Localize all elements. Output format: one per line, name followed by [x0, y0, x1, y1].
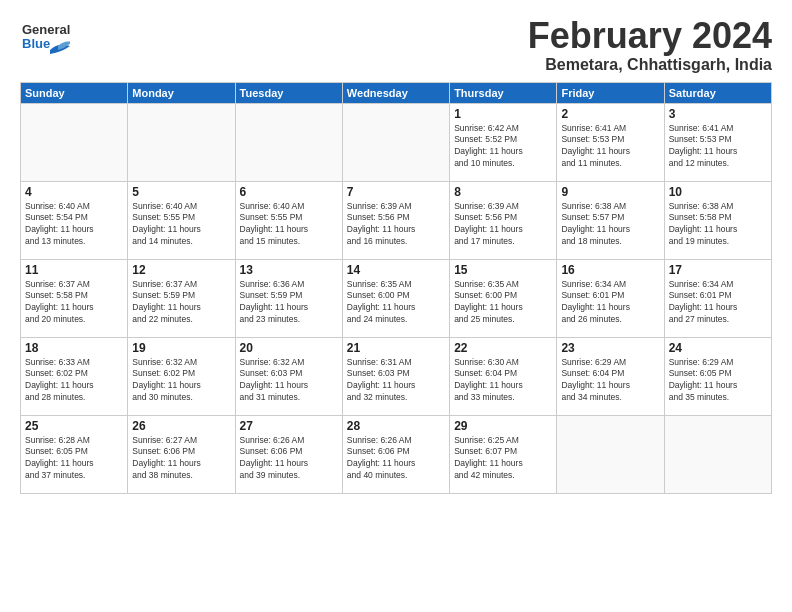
day-number: 18 — [25, 341, 123, 355]
day-number: 19 — [132, 341, 230, 355]
day-info: Sunrise: 6:42 AMSunset: 5:52 PMDaylight:… — [454, 123, 552, 171]
header-sunday: Sunday — [21, 82, 128, 103]
main-title: February 2024 — [528, 16, 772, 56]
day-number: 22 — [454, 341, 552, 355]
day-info: Sunrise: 6:32 AMSunset: 6:02 PMDaylight:… — [132, 357, 230, 405]
day-info: Sunrise: 6:32 AMSunset: 6:03 PMDaylight:… — [240, 357, 338, 405]
calendar-week-row: 18Sunrise: 6:33 AMSunset: 6:02 PMDayligh… — [21, 337, 772, 415]
day-number: 21 — [347, 341, 445, 355]
table-row: 18Sunrise: 6:33 AMSunset: 6:02 PMDayligh… — [21, 337, 128, 415]
table-row — [235, 103, 342, 181]
day-number: 2 — [561, 107, 659, 121]
table-row: 8Sunrise: 6:39 AMSunset: 5:56 PMDaylight… — [450, 181, 557, 259]
table-row: 19Sunrise: 6:32 AMSunset: 6:02 PMDayligh… — [128, 337, 235, 415]
day-number: 6 — [240, 185, 338, 199]
header-monday: Monday — [128, 82, 235, 103]
day-number: 23 — [561, 341, 659, 355]
table-row: 21Sunrise: 6:31 AMSunset: 6:03 PMDayligh… — [342, 337, 449, 415]
table-row: 7Sunrise: 6:39 AMSunset: 5:56 PMDaylight… — [342, 181, 449, 259]
day-info: Sunrise: 6:40 AMSunset: 5:55 PMDaylight:… — [240, 201, 338, 249]
day-info: Sunrise: 6:30 AMSunset: 6:04 PMDaylight:… — [454, 357, 552, 405]
table-row: 28Sunrise: 6:26 AMSunset: 6:06 PMDayligh… — [342, 415, 449, 493]
table-row: 25Sunrise: 6:28 AMSunset: 6:05 PMDayligh… — [21, 415, 128, 493]
day-info: Sunrise: 6:31 AMSunset: 6:03 PMDaylight:… — [347, 357, 445, 405]
day-number: 17 — [669, 263, 767, 277]
day-info: Sunrise: 6:26 AMSunset: 6:06 PMDaylight:… — [240, 435, 338, 483]
day-info: Sunrise: 6:40 AMSunset: 5:55 PMDaylight:… — [132, 201, 230, 249]
day-info: Sunrise: 6:41 AMSunset: 5:53 PMDaylight:… — [669, 123, 767, 171]
header-thursday: Thursday — [450, 82, 557, 103]
calendar-week-row: 11Sunrise: 6:37 AMSunset: 5:58 PMDayligh… — [21, 259, 772, 337]
title-section: February 2024 Bemetara, Chhattisgarh, In… — [528, 16, 772, 74]
table-row: 10Sunrise: 6:38 AMSunset: 5:58 PMDayligh… — [664, 181, 771, 259]
day-number: 29 — [454, 419, 552, 433]
table-row: 27Sunrise: 6:26 AMSunset: 6:06 PMDayligh… — [235, 415, 342, 493]
day-number: 14 — [347, 263, 445, 277]
svg-text:General: General — [22, 22, 70, 37]
day-info: Sunrise: 6:29 AMSunset: 6:05 PMDaylight:… — [669, 357, 767, 405]
table-row — [557, 415, 664, 493]
day-info: Sunrise: 6:28 AMSunset: 6:05 PMDaylight:… — [25, 435, 123, 483]
header-saturday: Saturday — [664, 82, 771, 103]
table-row: 15Sunrise: 6:35 AMSunset: 6:00 PMDayligh… — [450, 259, 557, 337]
table-row: 9Sunrise: 6:38 AMSunset: 5:57 PMDaylight… — [557, 181, 664, 259]
table-row: 2Sunrise: 6:41 AMSunset: 5:53 PMDaylight… — [557, 103, 664, 181]
table-row: 26Sunrise: 6:27 AMSunset: 6:06 PMDayligh… — [128, 415, 235, 493]
header-friday: Friday — [557, 82, 664, 103]
day-info: Sunrise: 6:34 AMSunset: 6:01 PMDaylight:… — [669, 279, 767, 327]
weekday-header-row: Sunday Monday Tuesday Wednesday Thursday… — [21, 82, 772, 103]
day-number: 15 — [454, 263, 552, 277]
day-info: Sunrise: 6:25 AMSunset: 6:07 PMDaylight:… — [454, 435, 552, 483]
day-number: 24 — [669, 341, 767, 355]
day-number: 28 — [347, 419, 445, 433]
table-row: 6Sunrise: 6:40 AMSunset: 5:55 PMDaylight… — [235, 181, 342, 259]
day-info: Sunrise: 6:40 AMSunset: 5:54 PMDaylight:… — [25, 201, 123, 249]
table-row — [664, 415, 771, 493]
day-number: 20 — [240, 341, 338, 355]
day-number: 3 — [669, 107, 767, 121]
day-info: Sunrise: 6:38 AMSunset: 5:57 PMDaylight:… — [561, 201, 659, 249]
table-row: 13Sunrise: 6:36 AMSunset: 5:59 PMDayligh… — [235, 259, 342, 337]
header-wednesday: Wednesday — [342, 82, 449, 103]
day-number: 7 — [347, 185, 445, 199]
day-info: Sunrise: 6:36 AMSunset: 5:59 PMDaylight:… — [240, 279, 338, 327]
day-number: 8 — [454, 185, 552, 199]
calendar-week-row: 4Sunrise: 6:40 AMSunset: 5:54 PMDaylight… — [21, 181, 772, 259]
table-row: 17Sunrise: 6:34 AMSunset: 6:01 PMDayligh… — [664, 259, 771, 337]
logo: General Blue — [20, 16, 72, 61]
calendar-page: General Blue February 2024 Bemetara, Chh… — [0, 0, 792, 612]
day-number: 25 — [25, 419, 123, 433]
table-row — [342, 103, 449, 181]
table-row: 16Sunrise: 6:34 AMSunset: 6:01 PMDayligh… — [557, 259, 664, 337]
day-number: 10 — [669, 185, 767, 199]
day-number: 11 — [25, 263, 123, 277]
day-info: Sunrise: 6:37 AMSunset: 5:59 PMDaylight:… — [132, 279, 230, 327]
table-row — [128, 103, 235, 181]
table-row: 4Sunrise: 6:40 AMSunset: 5:54 PMDaylight… — [21, 181, 128, 259]
day-info: Sunrise: 6:39 AMSunset: 5:56 PMDaylight:… — [454, 201, 552, 249]
table-row: 3Sunrise: 6:41 AMSunset: 5:53 PMDaylight… — [664, 103, 771, 181]
svg-text:Blue: Blue — [22, 36, 50, 51]
table-row: 20Sunrise: 6:32 AMSunset: 6:03 PMDayligh… — [235, 337, 342, 415]
table-row — [21, 103, 128, 181]
calendar-week-row: 25Sunrise: 6:28 AMSunset: 6:05 PMDayligh… — [21, 415, 772, 493]
day-info: Sunrise: 6:35 AMSunset: 6:00 PMDaylight:… — [347, 279, 445, 327]
day-info: Sunrise: 6:26 AMSunset: 6:06 PMDaylight:… — [347, 435, 445, 483]
day-info: Sunrise: 6:33 AMSunset: 6:02 PMDaylight:… — [25, 357, 123, 405]
header: General Blue February 2024 Bemetara, Chh… — [20, 16, 772, 74]
day-info: Sunrise: 6:37 AMSunset: 5:58 PMDaylight:… — [25, 279, 123, 327]
table-row: 1Sunrise: 6:42 AMSunset: 5:52 PMDaylight… — [450, 103, 557, 181]
day-info: Sunrise: 6:39 AMSunset: 5:56 PMDaylight:… — [347, 201, 445, 249]
calendar-week-row: 1Sunrise: 6:42 AMSunset: 5:52 PMDaylight… — [21, 103, 772, 181]
subtitle: Bemetara, Chhattisgarh, India — [528, 56, 772, 74]
day-number: 9 — [561, 185, 659, 199]
day-number: 26 — [132, 419, 230, 433]
day-number: 27 — [240, 419, 338, 433]
day-number: 4 — [25, 185, 123, 199]
logo-icon: General Blue — [20, 16, 70, 61]
day-info: Sunrise: 6:27 AMSunset: 6:06 PMDaylight:… — [132, 435, 230, 483]
day-number: 1 — [454, 107, 552, 121]
table-row: 11Sunrise: 6:37 AMSunset: 5:58 PMDayligh… — [21, 259, 128, 337]
table-row: 14Sunrise: 6:35 AMSunset: 6:00 PMDayligh… — [342, 259, 449, 337]
day-number: 5 — [132, 185, 230, 199]
